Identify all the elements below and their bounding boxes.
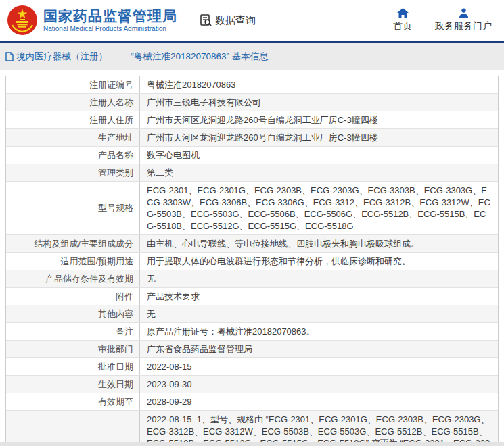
- agency-logo: 国家药品监督管理局 National Medical Products Admi…: [7, 5, 177, 36]
- table-row: 其他内容无: [6, 305, 498, 322]
- nav-portal-label: 政务服务门户: [435, 20, 492, 32]
- agency-name-zh: 国家药品监督管理局: [43, 8, 177, 24]
- national-emblem-icon: [7, 5, 38, 36]
- page-title: 境内医疗器械（注册） —— “粤械注准20182070863” 基本信息: [16, 51, 269, 63]
- table-row-model-specs: 型号规格ECG-2301、ECG-2301G、ECG-2303B、ECG-230…: [6, 181, 498, 234]
- data-query-label: 数据查询: [215, 14, 256, 27]
- page-header: 国家药品监督管理局 National Medical Products Admi…: [0, 0, 504, 41]
- page-doc-icon: [5, 52, 14, 61]
- table-row: 审批部门广东省食品药品监督管理局: [6, 340, 498, 357]
- home-icon: [397, 8, 409, 18]
- table-row: 适用范围/预期用途用于提取人体的心电波群进行形态和节律分析，供临床诊断和研究。: [6, 252, 498, 270]
- table-row: 备注原产品注册证号：粤械注准20182070863。: [6, 322, 498, 340]
- nav-home-label: 首页: [393, 20, 412, 32]
- table-row: 生效日期2023-09-30: [6, 375, 498, 393]
- table-row: 有效期至2028-09-29: [6, 393, 498, 410]
- top-nav: 首页 政务服务门户: [393, 8, 492, 32]
- breadcrumb-band: 境内医疗器械（注册） —— “粤械注准20182070863” 基本信息: [0, 43, 504, 70]
- table-row-change-history: 变更情况2022-08-15: 1、型号、规格由 “ECG-2301、ECG-2…: [6, 410, 498, 446]
- table-row: 产品储存条件及有效期无: [6, 270, 498, 287]
- data-query-tab[interactable]: 数据查询: [199, 14, 256, 27]
- table-row: 附件产品技术要求: [6, 287, 498, 305]
- nav-item-service-portal[interactable]: 政务服务门户: [435, 8, 492, 32]
- document-search-icon: [199, 14, 212, 27]
- table-row: 产品名称数字心电图机: [6, 146, 498, 164]
- table-row: 生产地址广州市天河区龙洞迎龙路260号自编龙洞工业厂房C-3幢四楼: [6, 128, 498, 146]
- table-row: 注册人名称广州市三锐电子科技有限公司: [6, 93, 498, 111]
- page-bottom-strip: [0, 442, 504, 446]
- table-row: 结构及组成/主要组成成分由主机、心电导联线、等电位接地线、四肢电极夹和胸电极吸球…: [6, 234, 498, 252]
- table-row: 注册人住所广州市天河区龙洞迎龙路260号自编龙洞工业厂房C-3幢四楼: [6, 111, 498, 128]
- table-row: 注册证编号粤械注准20182070863: [6, 76, 498, 93]
- nav-item-home[interactable]: 首页: [393, 8, 412, 32]
- user-icon: [459, 8, 469, 18]
- agency-name-en: National Medical Products Administration: [43, 24, 177, 33]
- breadcrumb: 境内医疗器械（注册） —— “粤械注准20182070863” 基本信息: [5, 51, 269, 63]
- table-row: 批准日期2022-08-15: [6, 357, 498, 375]
- registration-info-table: 注册证编号粤械注准20182070863 注册人名称广州市三锐电子科技有限公司 …: [5, 76, 499, 446]
- table-row: 管理类别第二类: [6, 164, 498, 181]
